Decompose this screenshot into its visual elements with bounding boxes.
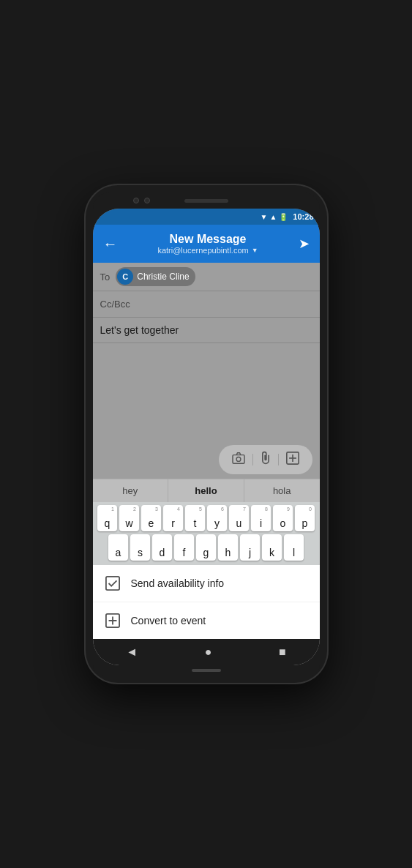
bottom-sheet: Send availability info Convert to event: [93, 565, 320, 639]
toolbar-pill: [219, 445, 312, 474]
key-s[interactable]: s: [130, 534, 150, 561]
body-area[interactable]: [93, 343, 320, 441]
svg-point-1: [236, 457, 241, 462]
send-availability-label: Send availability info: [131, 577, 225, 589]
subject-row[interactable]: Let's get together: [93, 318, 320, 343]
key-p[interactable]: 0 p: [295, 505, 315, 531]
key-r[interactable]: 4 r: [163, 505, 183, 531]
phone-speaker: [184, 199, 228, 203]
header-title-group: New Message katri@lucernepubintl.com ▼: [121, 233, 296, 255]
send-button[interactable]: ➤: [296, 233, 312, 255]
convert-event-label: Convert to event: [131, 615, 206, 626]
key-t[interactable]: 5 t: [185, 505, 205, 531]
keyboard-row2: a s d f g h: [94, 534, 318, 561]
recipient-avatar: C: [117, 269, 133, 285]
ccbcc-field-row[interactable]: Cc/Bcc: [93, 291, 320, 318]
signal-icon: ▲: [269, 213, 277, 221]
header-subtitle-row: katri@lucernepubintl.com ▼: [157, 246, 258, 255]
key-k[interactable]: k: [262, 534, 282, 561]
from-dropdown-arrow[interactable]: ▼: [252, 247, 258, 254]
phone-bottom-bar: [93, 665, 320, 676]
wifi-icon: ▼: [261, 213, 268, 221]
key-a[interactable]: a: [108, 534, 128, 561]
convert-event-icon: [105, 613, 121, 629]
send-availability-item[interactable]: Send availability info: [93, 565, 320, 602]
key-h[interactable]: h: [218, 534, 238, 561]
word-suggestion-bar: hey hello hola: [93, 479, 320, 502]
svg-rect-5: [105, 577, 119, 590]
header-title: New Message: [170, 233, 247, 246]
keyboard-area: 1 q 2 w 3 e 4 r: [93, 502, 320, 565]
phone-screen: ▼ ▲ 🔋 10:28 ← New Message katri@lucernep…: [93, 209, 320, 665]
key-u[interactable]: 7 u: [229, 505, 249, 531]
key-q[interactable]: 1 q: [97, 505, 117, 531]
convert-event-item[interactable]: Convert to event: [93, 602, 320, 639]
phone-top-notch: [93, 192, 320, 209]
send-availability-icon: [105, 575, 121, 591]
toolbar-divider2: [278, 454, 279, 465]
key-l[interactable]: l: [284, 534, 304, 561]
to-field-row: To C Christie Cline: [93, 263, 320, 291]
key-o[interactable]: 9 o: [273, 505, 293, 531]
toolbar-divider1: [252, 454, 253, 465]
word-suggestion-hello[interactable]: hello: [168, 479, 244, 502]
front-camera: [133, 198, 139, 203]
nav-back-button[interactable]: ◄: [126, 646, 138, 659]
key-e[interactable]: 3 e: [141, 505, 161, 531]
key-y[interactable]: 6 y: [207, 505, 227, 531]
nav-home-button[interactable]: ●: [205, 646, 212, 659]
status-icons: ▼ ▲ 🔋 10:28: [261, 212, 314, 221]
attach-button[interactable]: [258, 449, 274, 470]
nav-bar: ◄ ● ■: [93, 639, 320, 665]
camera-button[interactable]: [229, 451, 248, 468]
key-d[interactable]: d: [152, 534, 172, 561]
front-camera2: [144, 198, 150, 203]
compose-area: To C Christie Cline Cc/Bcc Let's get tog…: [93, 263, 320, 639]
bottom-pill: [192, 669, 221, 672]
phone-frame: ▼ ▲ 🔋 10:28 ← New Message katri@lucernep…: [86, 185, 327, 683]
key-i[interactable]: 8 i: [251, 505, 271, 531]
to-label: To: [100, 272, 111, 283]
key-w[interactable]: 2 w: [119, 505, 139, 531]
key-j[interactable]: j: [240, 534, 260, 561]
add-button[interactable]: [283, 450, 302, 469]
compose-toolbar: [93, 441, 320, 479]
key-f[interactable]: f: [174, 534, 194, 561]
keyboard-row1: 1 q 2 w 3 e 4 r: [94, 505, 318, 531]
recipient-name: Christie Cline: [137, 272, 189, 282]
key-g[interactable]: g: [196, 534, 216, 561]
back-button[interactable]: ←: [100, 233, 121, 255]
app-header: ← New Message katri@lucernepubintl.com ▼…: [93, 225, 320, 263]
ccbcc-label: Cc/Bcc: [100, 299, 130, 310]
subject-text: Let's get together: [100, 324, 179, 336]
status-bar: ▼ ▲ 🔋 10:28: [93, 209, 320, 225]
header-from-email: katri@lucernepubintl.com: [157, 246, 248, 255]
word-suggestion-hola[interactable]: hola: [244, 479, 320, 502]
status-time: 10:28: [293, 212, 313, 221]
battery-icon: 🔋: [279, 213, 288, 221]
svg-rect-0: [233, 455, 244, 464]
word-suggestion-hey[interactable]: hey: [93, 479, 169, 502]
recipient-chip[interactable]: C Christie Cline: [116, 267, 195, 286]
nav-recent-button[interactable]: ■: [279, 646, 286, 659]
